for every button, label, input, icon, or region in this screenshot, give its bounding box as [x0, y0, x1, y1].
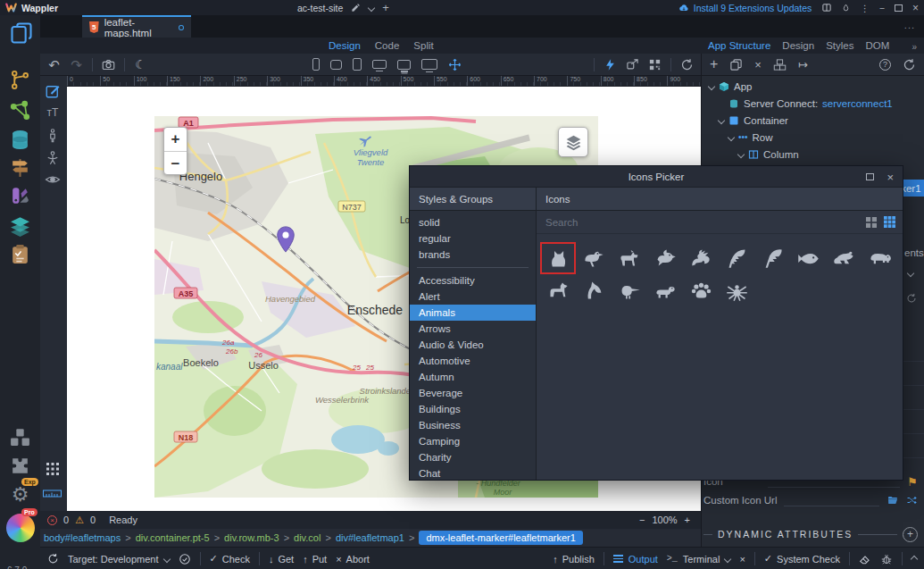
icon-otter[interactable] — [647, 274, 683, 306]
icon-cat[interactable] — [540, 242, 576, 274]
dark-mode-moon-icon[interactable]: ☾ — [134, 58, 147, 71]
content-manager-icon[interactable] — [9, 243, 31, 265]
collapse-panel-icon[interactable] — [911, 555, 918, 562]
device-phone-icon[interactable] — [312, 58, 320, 71]
icon-frog[interactable] — [826, 242, 862, 274]
icon-fish[interactable] — [790, 242, 826, 274]
tree-expander-icon[interactable] — [728, 133, 735, 140]
group-item-accessibility[interactable]: Accessibility — [410, 272, 536, 289]
new-project-button[interactable]: + — [382, 1, 389, 14]
group-item-animals[interactable]: Animals — [410, 305, 536, 321]
group-item-arrows[interactable]: Arrows — [410, 321, 536, 337]
put-button[interactable]: ↑Put — [303, 554, 327, 565]
group-item-charity[interactable]: Charity — [410, 449, 536, 465]
tab-design[interactable]: Design — [329, 40, 361, 51]
screenshot-camera-icon[interactable] — [102, 58, 115, 71]
breadcrumb-item[interactable]: div.container.pt-5 — [136, 532, 210, 543]
device-laptop-icon[interactable] — [372, 60, 387, 69]
tree-expander-icon[interactable] — [737, 150, 745, 157]
design-system-icon[interactable] — [9, 185, 31, 207]
icon-feather-alt[interactable] — [754, 242, 790, 274]
duplicate-icon[interactable] — [729, 58, 743, 71]
group-item-regular[interactable]: regular — [410, 230, 536, 247]
map-layers-control[interactable] — [558, 127, 588, 157]
folder-picker-icon[interactable] — [887, 495, 899, 506]
pages-layers-icon[interactable] — [9, 214, 31, 237]
group-item-solid[interactable]: solid — [410, 214, 536, 230]
person-element-icon[interactable] — [45, 150, 61, 166]
delete-element-icon[interactable]: × — [754, 58, 762, 71]
icon-dragon[interactable] — [683, 242, 719, 274]
routing-icon[interactable] — [9, 156, 31, 179]
icon-spider[interactable] — [719, 274, 754, 306]
map-marker-pin[interactable] — [276, 226, 296, 253]
minimize-button[interactable]: − — [879, 3, 885, 13]
undo-icon[interactable]: ↶ — [47, 58, 61, 71]
file-manager-icon[interactable] — [9, 21, 34, 46]
icon-crow[interactable] — [576, 242, 612, 274]
theme-droplet-icon[interactable] — [842, 3, 850, 13]
get-button[interactable]: ↓Get — [269, 554, 294, 565]
file-tab[interactable]: 5 leaflet-maps.html — [82, 15, 191, 38]
tab-overflow-button[interactable]: ... — [904, 20, 915, 30]
icon-feather[interactable] — [719, 242, 754, 274]
add-dynamic-attribute-button[interactable]: + — [903, 527, 918, 542]
tree-row-column[interactable]: Column — [702, 146, 924, 163]
system-check-button[interactable]: ✓System Check — [764, 553, 840, 565]
publish-button[interactable]: ↑Publish — [553, 554, 595, 565]
help-icon[interactable]: ? — [879, 59, 891, 71]
zoom-in-button[interactable]: + — [685, 515, 690, 525]
group-item-camping[interactable]: Camping — [410, 433, 536, 449]
ruler-toggle-icon[interactable] — [43, 490, 62, 498]
group-item-business[interactable]: Business — [410, 417, 536, 433]
target-check-circle-icon[interactable] — [179, 553, 191, 565]
output-tab[interactable]: Output — [613, 554, 658, 565]
panel-tab-design[interactable]: Design — [782, 40, 814, 51]
database-manager-icon[interactable] — [9, 129, 31, 151]
visibility-eye-icon[interactable] — [45, 172, 61, 188]
git-icon[interactable] — [9, 69, 31, 91]
site-dropdown-icon[interactable] — [368, 4, 375, 11]
breadcrumb-item[interactable]: div.col — [294, 532, 320, 543]
map-zoom-in-button[interactable]: + — [164, 128, 187, 152]
device-large-desktop-icon[interactable] — [421, 59, 437, 70]
grid-large-view-icon[interactable] — [884, 216, 895, 228]
actions-bolt-icon[interactable] — [604, 58, 617, 71]
breadcrumb-item[interactable]: div.row.mb-3 — [224, 532, 279, 543]
refresh-tree-icon[interactable] — [903, 58, 916, 71]
icon-hippo[interactable] — [862, 242, 897, 274]
dialog-close-button[interactable]: × — [887, 171, 894, 184]
group-item-alert[interactable]: Alert — [410, 289, 536, 305]
abort-button[interactable]: ×Abort — [336, 554, 370, 565]
tree-expander-icon[interactable] — [708, 82, 715, 89]
group-item-buildings[interactable]: Buildings — [410, 401, 536, 417]
edit-site-icon[interactable] — [351, 3, 361, 13]
menu-kebab-icon[interactable]: ⋮ — [860, 3, 870, 13]
extensions-icon[interactable] — [9, 455, 31, 477]
group-item-beverage[interactable]: Beverage — [410, 385, 536, 401]
maximize-button[interactable] — [895, 4, 903, 12]
dialog-titlebar[interactable]: Icons Picker × — [410, 166, 903, 188]
responsive-move-icon[interactable] — [448, 58, 462, 71]
tree-row-container[interactable]: Container — [702, 112, 924, 129]
device-tablet-icon[interactable] — [353, 58, 362, 71]
text-element-icon[interactable]: тT — [45, 106, 61, 122]
tab-split[interactable]: Split — [413, 40, 433, 51]
qr-preview-icon[interactable] — [648, 58, 662, 71]
panel-tab-dom[interactable]: DOM — [865, 40, 889, 51]
grid-small-view-icon[interactable] — [866, 217, 877, 228]
device-phone-landscape-icon[interactable] — [330, 60, 342, 70]
dialog-maximize-button[interactable] — [866, 173, 874, 180]
add-element-button[interactable]: + — [710, 56, 718, 72]
icon-horse-head[interactable] — [576, 274, 612, 306]
group-item-brands[interactable]: brands — [410, 247, 536, 263]
group-item-automotive[interactable]: Automotive — [410, 353, 536, 369]
icon-dog[interactable] — [612, 242, 647, 274]
move-into-icon[interactable]: ↦ — [798, 58, 808, 71]
icon-dove[interactable] — [647, 242, 683, 274]
extensions-updates-button[interactable]: Install 9 Extensions Updates — [678, 3, 812, 13]
dynamic-data-shuffle-icon[interactable] — [906, 495, 918, 506]
device-desktop-icon[interactable] — [397, 60, 411, 70]
tree-expander-icon[interactable] — [718, 116, 725, 123]
properties-refresh-icon[interactable] — [906, 293, 917, 304]
